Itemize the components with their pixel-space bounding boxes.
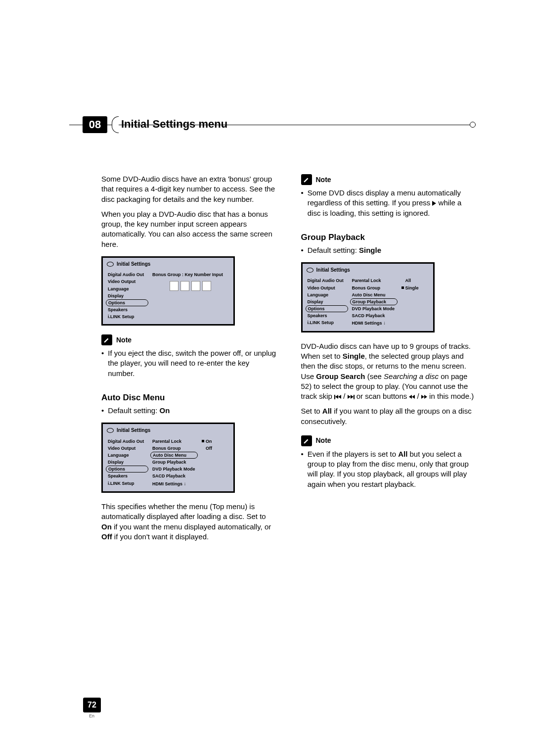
note-text: Some DVD discs display a menu automatica… [308, 188, 476, 218]
default-setting-line: • Default setting: Single [301, 245, 476, 255]
menu-item: Video Output [106, 278, 148, 285]
menu-item: Video Output [106, 445, 148, 452]
pencil-note-icon [301, 435, 312, 446]
note-text: Even if the players is set to All but yo… [308, 449, 476, 489]
header-end-cap [470, 122, 476, 128]
chapter-number-badge: 08 [83, 116, 107, 133]
settings-title: Initial Settings [316, 267, 350, 274]
menu-item: Digital Audio Out [106, 438, 148, 445]
submenu-item: Parental Lock [350, 277, 398, 284]
chapter-title: Initial Settings menu [121, 118, 227, 131]
submenu-item: Bonus Group [150, 445, 198, 452]
section-heading: Auto Disc Menu [101, 392, 276, 404]
option-item: On [200, 438, 230, 445]
note-label: Note [316, 175, 331, 185]
submenu-item: SACD Playback [150, 472, 198, 479]
note-bullet: • Some DVD discs display a menu automati… [301, 188, 476, 218]
submenu-item-selected: Auto Disc Menu [150, 452, 198, 459]
menu-item: Language [106, 452, 148, 459]
settings-title: Initial Settings [117, 261, 150, 268]
menu-item-selected: Options [106, 299, 148, 306]
submenu-item: SACD Playback [350, 312, 398, 319]
default-value: On [160, 406, 170, 415]
menu-item-selected: Options [106, 466, 148, 472]
submenu-item: Group Playback [150, 459, 198, 466]
left-column: Some DVD-Audio discs have an extra 'bonu… [101, 174, 276, 547]
settings-screenshot-bonus-group: Initial Settings Digital Audio Out Video… [101, 256, 235, 326]
menu-item: i.LINK Setup [106, 480, 148, 487]
page-number-badge: 72 [83, 698, 101, 712]
digit-cell [180, 281, 189, 291]
chapter-bracket [112, 116, 119, 133]
note-label: Note [316, 436, 331, 445]
body-text: DVD-Audio discs can have up to 9 groups … [301, 341, 476, 402]
settings-screenshot-group-playback: Initial Settings Digital Audio Out Video… [301, 262, 435, 332]
menu-item-selected: Options [306, 305, 348, 312]
settings-logo-icon [307, 268, 313, 273]
menu-item: Language [306, 291, 348, 298]
pencil-note-icon [101, 334, 112, 345]
scan-back-icon [409, 395, 415, 399]
submenu-item: Bonus Group [350, 284, 398, 291]
submenu-item: HDMI Settings ↓ [350, 319, 398, 327]
menu-item: Speakers [306, 312, 348, 319]
body-text: Set to All if you want to play all the g… [301, 406, 476, 426]
digit-cell [170, 281, 178, 291]
body-text: Some DVD-Audio discs have an extra 'bonu… [101, 174, 276, 204]
menu-item: Speakers [106, 472, 148, 479]
right-column: Note • Some DVD discs display a menu aut… [301, 174, 476, 547]
menu-item: Digital Audio Out [306, 277, 348, 284]
submenu-item: HDMI Settings ↓ [150, 480, 198, 488]
default-prefix: Default setting: [308, 246, 359, 254]
key-number-input [150, 281, 230, 291]
track-skip-prev-icon [334, 395, 341, 399]
menu-item: i.LINK Setup [306, 319, 348, 326]
note-label: Note [116, 335, 132, 345]
option-item: All [400, 277, 430, 284]
submenu-item: Auto Disc Menu [350, 291, 398, 298]
option-item: Off [200, 445, 230, 452]
option-item: Single [400, 284, 430, 291]
scroll-down-icon: ↓ [184, 481, 186, 486]
page-language-label: En [89, 713, 94, 718]
pencil-note-icon [301, 174, 312, 185]
submenu-item: DVD Playback Mode [350, 305, 398, 312]
note-text: If you eject the disc, switch the power … [108, 348, 276, 378]
scroll-down-icon: ↓ [383, 320, 386, 326]
note-bullet: • If you eject the disc, switch the powe… [101, 348, 276, 378]
panel-label: Bonus Group : Key Number Input [150, 271, 230, 278]
menu-item: Language [106, 285, 148, 292]
menu-item: i.LINK Setup [106, 313, 148, 320]
note-bullet: • Even if the players is set to All but … [301, 449, 476, 489]
menu-item: Video Output [306, 284, 348, 291]
digit-cell [202, 281, 211, 291]
section-heading: Group Playback [301, 232, 476, 243]
body-text: When you play a DVD-Audio disc that has … [101, 209, 276, 249]
digit-cell [191, 281, 200, 291]
submenu-item-selected: Group Playback [350, 298, 398, 305]
default-value: Single [359, 246, 381, 254]
submenu-item: Parental Lock [150, 438, 198, 445]
menu-item: Display [106, 292, 148, 299]
body-text: This specifies whether the menu (Top men… [101, 502, 276, 542]
submenu-item: DVD Playback Mode [150, 466, 198, 472]
menu-item: Display [306, 298, 348, 305]
settings-logo-icon [107, 428, 114, 433]
track-skip-next-icon [348, 395, 355, 399]
default-prefix: Default setting: [108, 406, 159, 415]
default-setting-line: • Default setting: On [101, 406, 276, 416]
menu-item: Digital Audio Out [106, 271, 148, 278]
settings-screenshot-auto-disc-menu: Initial Settings Digital Audio Out Video… [101, 423, 235, 493]
menu-item: Display [106, 459, 148, 466]
menu-item: Speakers [106, 306, 148, 313]
settings-title: Initial Settings [117, 427, 150, 434]
settings-logo-icon [107, 262, 114, 267]
scan-forward-icon [421, 395, 427, 399]
